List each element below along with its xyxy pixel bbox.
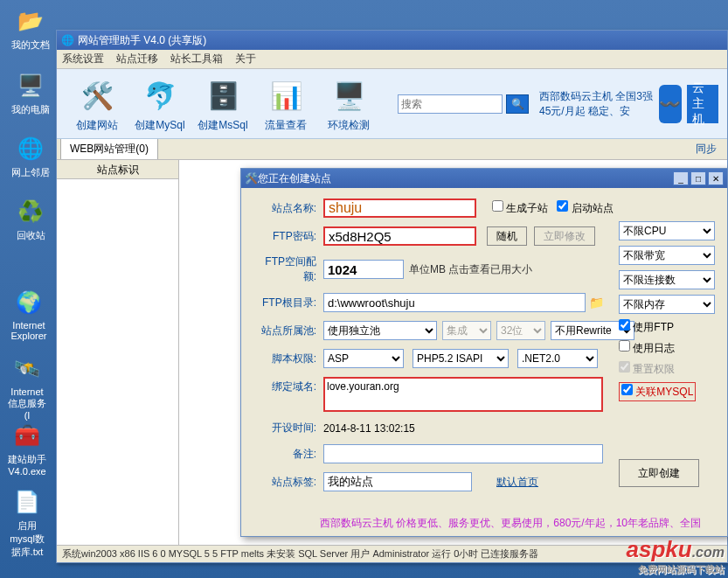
label-domain: 绑定域名:: [253, 377, 323, 394]
menu-item[interactable]: 关于: [235, 52, 256, 66]
tags-input[interactable]: [323, 472, 472, 491]
toolbar-button[interactable]: 🖥️环境检测: [317, 74, 380, 133]
app-icon: 🌐: [60, 33, 74, 47]
cpu-limit-select[interactable]: 不限CPU: [619, 221, 715, 240]
maximize-button[interactable]: □: [690, 171, 706, 185]
toolbar-button[interactable]: 🗄️创建MsSql: [191, 74, 254, 133]
ftp-root-input[interactable]: [323, 293, 586, 312]
toolbar-button[interactable]: 🛠️创建网站: [66, 74, 128, 133]
cloud-host-button[interactable]: 云主机: [687, 85, 718, 123]
desktop-icon[interactable]: 🛰️Internet 信息服务(I: [5, 353, 49, 421]
desktop-icon[interactable]: 📄启用mysql数据库.txt: [5, 486, 49, 559]
right-panel: 不限CPU 不限带宽 不限连接数 不限内存 使用FTP 使用日志 重置权限 关联…: [619, 221, 715, 487]
close-button[interactable]: ✕: [708, 171, 724, 185]
php-select[interactable]: PHP5.2 ISAPI: [413, 349, 509, 368]
label-remark: 备注:: [253, 447, 323, 462]
modify-button: 立即修改: [534, 226, 595, 246]
random-button[interactable]: 随机: [487, 226, 527, 246]
tabs-row: WEB网站管理(0) 同步: [57, 139, 727, 160]
create-button[interactable]: 立即创建: [619, 459, 699, 487]
domain-input[interactable]: [323, 377, 603, 412]
label-ftp-quota: FTP空间配额:: [253, 254, 323, 284]
desktop-icon[interactable]: 🌐网上邻居: [9, 133, 52, 179]
label-ftp-root: FTP根目录:: [253, 296, 323, 310]
desktop-icon[interactable]: ♻️回收站: [9, 196, 52, 242]
desktop-icon[interactable]: 📂我的文档: [9, 5, 52, 52]
brand-logo: 〰️: [659, 85, 681, 123]
site-list-header: 站点标识: [57, 160, 178, 179]
checkbox-reset-perm[interactable]: 重置权限: [619, 361, 715, 377]
pool-mode-select: 集成: [442, 321, 491, 340]
checkbox-use-ftp[interactable]: 使用FTP: [619, 319, 715, 335]
dialog-promo: 西部数码云主机 价格更低、服务更优、更易使用，680元/年起，10年老品牌、全国: [320, 516, 701, 531]
label-tags: 站点标签:: [253, 475, 323, 490]
toolbar-promo: 西部数码云主机 全国3强 45元/月起 稳定、安: [539, 89, 659, 119]
browse-folder-icon[interactable]: 📁: [589, 296, 604, 310]
toolbar-button[interactable]: 🐬创建MySql: [128, 74, 191, 133]
dialog-icon: 🛠️: [245, 172, 258, 185]
tab-web-sites[interactable]: WEB网站管理(0): [60, 139, 158, 159]
checkbox-start-site[interactable]: 启动站点: [557, 200, 613, 216]
remark-input[interactable]: [323, 444, 603, 463]
pool-select[interactable]: 使用独立池: [323, 321, 437, 340]
ftp-quota-input[interactable]: [323, 260, 404, 279]
minimize-button[interactable]: _: [673, 171, 689, 185]
site-list-panel: 站点标识: [57, 160, 179, 545]
desktop-icon[interactable]: 🖥️我的电脑: [9, 70, 52, 116]
label-pool: 站点所属池:: [253, 324, 323, 338]
connection-limit-select[interactable]: 不限连接数: [619, 270, 715, 289]
default-page-link[interactable]: 默认首页: [496, 475, 538, 490]
label-script: 脚本权限:: [253, 352, 323, 366]
dialog-title: 您正在创建站点: [258, 171, 331, 186]
desktop-icon[interactable]: 🌍Internet Explorer: [7, 287, 51, 341]
memory-limit-select[interactable]: 不限内存: [619, 295, 715, 314]
toolbar: 🛠️创建网站🐬创建MySql🗄️创建MsSql📊流量查看🖥️环境检测 🔍 西部数…: [57, 69, 727, 139]
bandwidth-limit-select[interactable]: 不限带宽: [619, 246, 715, 265]
label-open-time: 开设时间:: [253, 421, 323, 435]
menu-item[interactable]: 站点迁移: [116, 52, 158, 66]
dialog-titlebar[interactable]: 🛠️ 您正在创建站点 _ □ ✕: [241, 169, 727, 188]
search-input[interactable]: [398, 94, 503, 114]
net-select[interactable]: .NET2.0: [517, 349, 598, 368]
menu-item[interactable]: 系统设置: [62, 52, 104, 66]
quota-hint: 单位MB 点击查看已用大小: [409, 262, 532, 277]
checkbox-link-mysql[interactable]: 关联MYSQL: [619, 382, 696, 401]
menubar: 系统设置站点迁移站长工具箱关于: [57, 50, 727, 69]
search-button[interactable]: 🔍: [506, 94, 529, 114]
watermark: aspku.com 免费网站源码下载站: [627, 536, 725, 576]
site-name-input[interactable]: [323, 198, 476, 218]
checkbox-use-log[interactable]: 使用日志: [619, 340, 715, 356]
menu-item[interactable]: 站长工具箱: [170, 52, 223, 66]
label-site-name: 站点名称:: [253, 201, 323, 216]
checkbox-gen-sub[interactable]: 生成子站: [492, 200, 548, 216]
asp-select[interactable]: ASP: [323, 349, 404, 368]
create-site-dialog: 🛠️ 您正在创建站点 _ □ ✕ 站点名称: 生成子站 启动站点 FTP密码: …: [240, 168, 728, 537]
bits-select: 32位: [496, 321, 545, 340]
search-box: 🔍: [398, 94, 529, 114]
open-time-value: 2014-8-11 13:02:15: [323, 422, 415, 435]
toolbar-button[interactable]: 📊流量查看: [254, 74, 317, 133]
ftp-password-input[interactable]: [323, 226, 476, 246]
label-ftp-pwd: FTP密码:: [253, 229, 323, 244]
app-titlebar[interactable]: 🌐 网站管理助手 V4.0 (共享版): [57, 31, 727, 50]
sync-button[interactable]: 同步: [689, 139, 724, 159]
app-title: 网站管理助手 V4.0 (共享版): [78, 33, 206, 48]
desktop-icon[interactable]: 🧰建站助手V4.0.exe: [5, 420, 49, 477]
